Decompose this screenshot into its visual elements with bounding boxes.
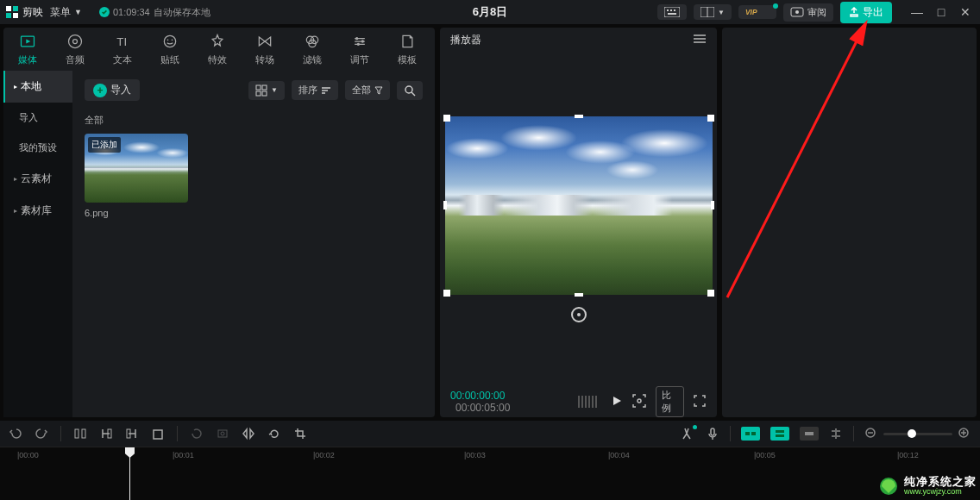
fullscreen-button[interactable] [693, 394, 707, 410]
sidebar-label: 云素材 [21, 172, 52, 186]
tab-sticker[interactable]: 贴纸 [146, 33, 193, 66]
track-mode-2[interactable] [770, 427, 789, 441]
review-button[interactable]: 审阅 [783, 3, 833, 22]
zoom-out-button[interactable] [864, 427, 878, 441]
trim-right-button[interactable] [125, 427, 139, 441]
align-button[interactable] [829, 427, 843, 441]
tab-media[interactable]: 媒体 [3, 33, 51, 66]
vip-button[interactable]: VIP [738, 5, 776, 19]
tab-label: 贴纸 [160, 53, 179, 66]
tab-label: 文本 [113, 53, 132, 66]
timeline-tracks[interactable] [0, 466, 980, 500]
layout-button[interactable]: ▼ [694, 4, 732, 20]
resize-handle-bottom[interactable] [575, 293, 583, 297]
sidebar-item-import[interactable]: 导入 [3, 103, 72, 133]
delete-button[interactable] [151, 427, 165, 441]
svg-text:VIP: VIP [745, 8, 757, 16]
tab-filter[interactable]: 滤镜 [288, 33, 336, 66]
player-title: 播放器 [450, 33, 481, 47]
freeze-button[interactable] [216, 427, 229, 441]
reverse-button[interactable] [190, 427, 204, 441]
sidebar-item-presets[interactable]: 我的预设 [3, 133, 72, 163]
auto-caption-button[interactable] [682, 427, 695, 441]
zoom-knob[interactable] [908, 429, 916, 438]
sidebar-label: 我的预设 [19, 141, 57, 154]
zoom-in-button[interactable] [958, 427, 971, 441]
tab-audio[interactable]: 音频 [51, 33, 98, 66]
project-title[interactable]: 6月8日 [473, 4, 507, 20]
asset-grid-area: +导入 ▼ 排序 全部 全部 已添加 6.png [72, 71, 435, 417]
tab-adjust[interactable]: 调节 [336, 33, 383, 66]
plus-icon: + [93, 84, 107, 97]
maximize-button[interactable]: □ [932, 5, 951, 19]
rotate-handle[interactable] [571, 307, 587, 322]
svg-rect-27 [256, 85, 261, 90]
section-label: 全部 [85, 114, 423, 127]
play-button[interactable] [611, 395, 623, 409]
sidebar-item-library[interactable]: ▸素材库 [3, 195, 72, 227]
svg-point-13 [795, 10, 799, 14]
menu-label: 菜单 [50, 5, 71, 20]
sort-button[interactable]: 排序 [292, 80, 338, 100]
asset-thumb[interactable]: 已添加 6.png [85, 134, 188, 218]
resize-handle-bl[interactable] [443, 290, 450, 297]
svg-point-18 [164, 35, 175, 47]
svg-rect-29 [256, 91, 261, 96]
split-button[interactable] [73, 427, 87, 441]
notification-dot [773, 3, 778, 9]
tab-effects[interactable]: 特效 [193, 33, 241, 66]
vip-icon: VIP [745, 8, 770, 16]
sidebar-item-local[interactable]: ▸本地 [3, 71, 72, 103]
track-mode-1[interactable] [741, 427, 760, 441]
resize-handle-br[interactable] [707, 290, 714, 297]
resize-handle-top[interactable] [575, 115, 583, 118]
svg-point-31 [405, 86, 412, 93]
app-name: 剪映 [22, 5, 43, 20]
trim-left-button[interactable] [99, 427, 113, 441]
undo-button[interactable] [9, 427, 22, 441]
import-label: 导入 [110, 83, 131, 97]
zoom-slider[interactable] [883, 433, 952, 435]
tab-transition[interactable]: 转场 [241, 33, 288, 66]
view-mode-button[interactable]: ▼ [248, 81, 285, 100]
review-label: 审阅 [807, 6, 826, 19]
main-menu[interactable]: 菜单 ▼ [50, 5, 82, 20]
svg-line-32 [411, 92, 415, 96]
duration: 00:00:05:00 [455, 402, 510, 414]
minimize-button[interactable]: — [908, 5, 927, 19]
resize-handle-right[interactable] [711, 201, 714, 209]
playhead[interactable] [129, 447, 135, 458]
player-menu-button[interactable] [693, 34, 707, 47]
timeline-ruler[interactable]: |00:00 |00:01 |00:02 |00:03 |00:04 |00:0… [0, 447, 980, 466]
resize-handle-tr[interactable] [707, 115, 714, 122]
player-stage[interactable] [440, 52, 717, 386]
ratio-button[interactable]: 比例 [656, 386, 684, 417]
keyboard-shortcuts-button[interactable] [657, 4, 687, 20]
track-mode-3[interactable] [800, 427, 819, 441]
autosave-status: 01:09:34 自动保存本地 [99, 6, 210, 19]
tab-text[interactable]: TI文本 [98, 33, 146, 66]
sidebar-label: 本地 [21, 79, 41, 94]
resize-handle-left[interactable] [443, 201, 447, 209]
resize-handle-tl[interactable] [443, 115, 450, 122]
crop-button[interactable] [293, 427, 307, 441]
sidebar-item-cloud[interactable]: ▸云素材 [3, 163, 72, 195]
search-button[interactable] [397, 81, 423, 100]
close-button[interactable]: ✕ [956, 5, 975, 19]
player-header: 播放器 [440, 28, 717, 52]
selection-frame[interactable] [445, 116, 713, 295]
record-button[interactable] [706, 427, 719, 441]
playhead-line [129, 447, 130, 500]
tab-template[interactable]: 模板 [383, 33, 430, 66]
filter-button[interactable]: 全部 [345, 80, 390, 100]
import-button[interactable]: +导入 [85, 79, 140, 101]
export-button[interactable]: 导出 [840, 2, 892, 23]
mirror-button[interactable] [242, 427, 255, 441]
svg-point-16 [72, 39, 77, 43]
svg-rect-49 [805, 432, 814, 435]
rotate-button[interactable] [267, 427, 281, 441]
redo-button[interactable] [35, 427, 48, 441]
tick: |00:01 [173, 451, 194, 459]
snapshot-button[interactable] [631, 393, 647, 411]
audio-meter-icon[interactable] [578, 396, 597, 408]
